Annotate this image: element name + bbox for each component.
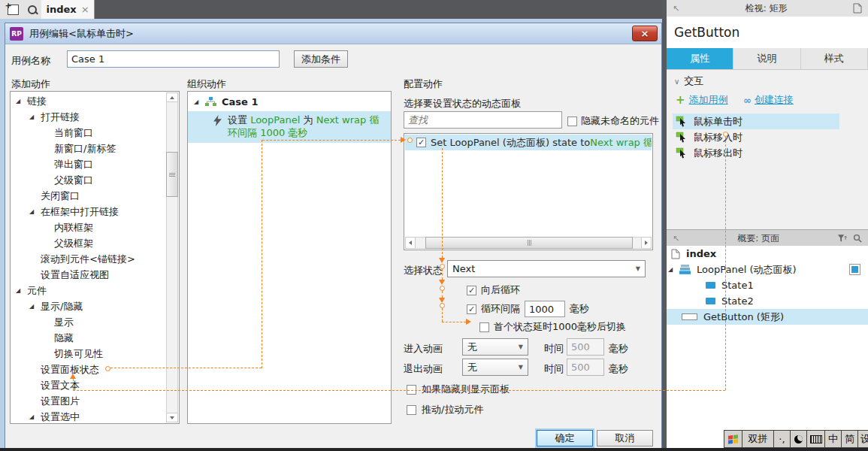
action-tree-item[interactable]: 父级框架 [11, 235, 166, 251]
organize-action-text: 设置 LoopPanel 为 Next wrap 循环间隔 1000 毫秒 [228, 114, 383, 139]
show-if-hidden-checkbox[interactable] [407, 385, 416, 395]
action-tree-item[interactable]: 关闭窗口 [11, 188, 166, 204]
create-link-button[interactable]: ∞ 创建连接 [743, 93, 794, 107]
soft-keyboard-icon[interactable] [807, 431, 825, 447]
action-tree-item[interactable]: 隐藏 [11, 330, 166, 346]
action-tree-item[interactable]: 父级窗口 [11, 172, 166, 188]
cancel-button[interactable]: 取消 [597, 430, 653, 446]
event-item[interactable]: 鼠标移入时 [673, 129, 839, 145]
action-tree-item[interactable]: 切换可见性 [11, 346, 166, 362]
hide-unnamed-option[interactable]: 隐藏未命名的元件 [567, 114, 659, 128]
action-tree-scrollbar[interactable] [166, 92, 178, 422]
interaction-section-header[interactable]: ∨ 交互 [674, 74, 703, 88]
windows-logo-icon[interactable] [724, 431, 742, 447]
ime-简[interactable]: 简 [842, 431, 858, 447]
add-case-button[interactable]: + 添加用例 [676, 93, 728, 107]
action-tree-item[interactable]: 设置文本 [11, 377, 166, 393]
ok-button[interactable]: 确定 [537, 430, 593, 446]
widget-name-field[interactable]: GetButton [667, 17, 868, 48]
add-page-button[interactable]: + [5, 2, 21, 17]
tab-close-icon[interactable]: × [81, 4, 89, 15]
case-name-input[interactable] [67, 50, 280, 68]
action-tree-item[interactable]: 设置面板状态 [11, 362, 166, 377]
selected-indicator-icon[interactable] [849, 264, 860, 275]
outline-item[interactable]: GetButton (矩形) [667, 309, 868, 325]
state-icon [706, 282, 715, 289]
ime-双拼[interactable]: 双拼 [742, 431, 774, 447]
loop-interval-input[interactable] [525, 301, 565, 317]
loop-interval-option[interactable]: ✓ 循环间隔 毫秒 [467, 301, 589, 317]
action-tree-item[interactable]: ◢在框架中打开链接 [11, 204, 166, 219]
outline-item[interactable]: State1 [667, 277, 868, 293]
scroll-down-button[interactable] [166, 413, 178, 422]
organize-action-item[interactable]: 设置 LoopPanel 为 Next wrap 循环间隔 1000 毫秒 [188, 111, 391, 143]
show-if-hidden-option[interactable]: 如果隐藏则显示面板 [407, 383, 510, 396]
expand-icon[interactable]: ◢ [29, 413, 41, 420]
loop-back-checkbox[interactable]: ✓ [467, 286, 476, 295]
tab-样式[interactable]: 样式 [801, 48, 868, 69]
event-item[interactable]: 鼠标移出时 [673, 145, 839, 161]
filter-icon[interactable] [837, 234, 847, 243]
ime-设[interactable]: 设 [858, 431, 868, 447]
tab-属性[interactable]: 属性 [667, 48, 733, 69]
scrollbar-thumb[interactable] [425, 237, 633, 249]
first-delay-option[interactable]: 首个状态延时1000毫秒后切换 [479, 320, 626, 334]
search-button[interactable] [24, 2, 41, 17]
scroll-left-button[interactable] [405, 237, 416, 249]
action-tree-item[interactable]: 显示 [11, 314, 166, 330]
action-tree-item[interactable]: 内联框架 [11, 219, 166, 235]
expand-icon[interactable]: ◢ [16, 287, 27, 294]
action-tree-item[interactable]: ◢设置选中 [11, 409, 166, 424]
first-delay-checkbox[interactable] [479, 322, 489, 332]
tab-说明[interactable]: 说明 [733, 48, 800, 69]
action-tree-item[interactable]: 设置图片 [11, 393, 166, 409]
scrollbar-thumb[interactable] [166, 152, 178, 197]
document-icon[interactable] [853, 3, 862, 14]
expand-icon[interactable]: ◢ [668, 266, 679, 273]
expand-icon[interactable]: ◢ [16, 98, 27, 104]
anim-in-time-input[interactable] [567, 338, 604, 356]
ime-中[interactable]: 中 [825, 431, 842, 447]
collapse-arrow-icon[interactable]: ↖ [673, 4, 679, 14]
anim-in-dropdown[interactable]: 无 ▼ [462, 338, 528, 356]
halfwidth-moon-icon[interactable] [791, 431, 807, 447]
action-tree-item[interactable]: ◢链接 [11, 93, 166, 109]
dialog-close-button[interactable]: × [632, 26, 658, 41]
expand-icon[interactable]: ◢ [29, 114, 41, 120]
dialog-title-bar[interactable]: RP 用例编辑<鼠标单击时> [5, 23, 661, 44]
state-dropdown[interactable]: Next ▼ [447, 260, 646, 277]
expand-icon[interactable]: ◢ [29, 303, 41, 310]
target-row-checkbox[interactable]: ✓ [416, 138, 426, 147]
action-tree-item[interactable]: 当前窗口 [11, 125, 166, 141]
anim-out-time-input[interactable] [567, 359, 604, 376]
action-tree-item[interactable]: 新窗口/新标签 [11, 141, 166, 156]
hide-unnamed-checkbox[interactable] [567, 117, 577, 126]
anim-out-dropdown[interactable]: 无 ▼ [462, 359, 528, 376]
action-tree-item[interactable]: 设置自适应视图 [11, 267, 166, 283]
push-pull-option[interactable]: 推动/拉动元件 [407, 403, 483, 416]
outline-item[interactable]: State2 [667, 293, 868, 309]
action-tree-item[interactable]: 弹出窗口 [11, 156, 166, 172]
collapse-arrow-icon[interactable]: ↖ [673, 234, 679, 244]
scroll-up-button[interactable] [166, 92, 178, 102]
loop-interval-checkbox[interactable]: ✓ [467, 304, 476, 314]
action-tree-item[interactable]: ◢元件 [11, 283, 166, 298]
scroll-right-button[interactable] [641, 237, 652, 249]
tab-index[interactable]: index × [41, 0, 95, 19]
action-tree-item[interactable]: ◢显示/隐藏 [11, 298, 166, 314]
loop-back-option[interactable]: ✓ 向后循环 [467, 283, 520, 297]
add-condition-button[interactable]: 添加条件 [294, 50, 348, 68]
widget-search-input[interactable] [404, 111, 562, 129]
outline-item[interactable]: index [667, 246, 868, 262]
expand-icon[interactable]: ◢ [29, 208, 41, 215]
outline-item[interactable]: ◢LoopPanel (动态面板) [667, 262, 868, 277]
event-item[interactable]: 鼠标单击时 [673, 114, 839, 129]
target-row[interactable]: ✓ Set LoopPanel (动态面板) state to Next wra… [405, 135, 652, 150]
push-pull-checkbox[interactable] [407, 405, 416, 415]
case-tree-item[interactable]: ◢ Case 1 [188, 94, 391, 110]
ime-·,[interactable]: ·, [774, 431, 791, 447]
action-tree-item[interactable]: ◢打开链接 [11, 109, 166, 125]
search-icon[interactable] [853, 234, 862, 243]
expand-icon[interactable]: ◢ [194, 98, 205, 105]
action-tree-item[interactable]: 滚动到元件<锚链接> [11, 251, 166, 267]
